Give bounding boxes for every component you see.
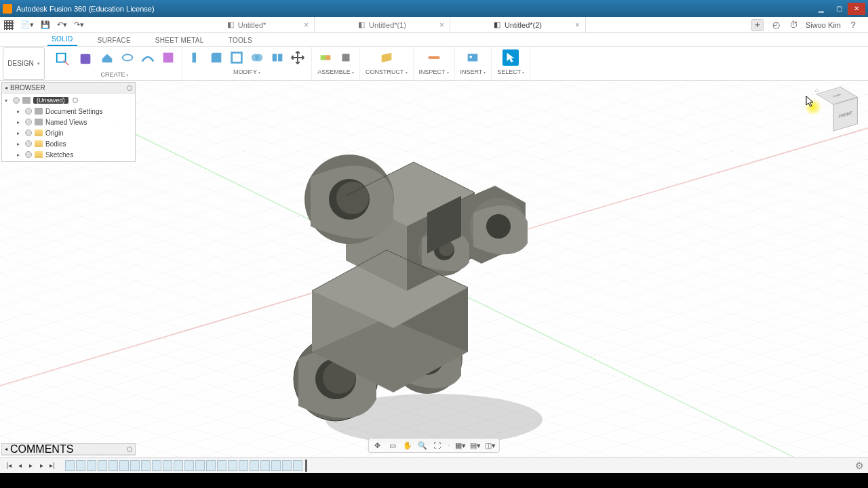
timeline-step[interactable] [271, 460, 281, 471]
insert-decal-icon[interactable] [465, 49, 481, 66]
orbit-icon[interactable]: ✥ [373, 441, 382, 450]
visibility-toggle-icon[interactable] [25, 140, 32, 147]
sweep-icon[interactable] [140, 49, 156, 66]
timeline-step[interactable] [130, 460, 140, 471]
split-icon[interactable] [269, 49, 285, 66]
new-tab-button[interactable]: + [751, 19, 764, 31]
document-tab[interactable]: ◧Untitled*(1)× [315, 17, 450, 33]
timeline-step[interactable] [152, 460, 161, 471]
timeline-step[interactable] [239, 460, 248, 471]
display-settings-icon[interactable]: ▦▾ [456, 441, 465, 450]
timeline-step[interactable] [174, 460, 183, 471]
browser-item[interactable]: ▸Document Settings [2, 106, 135, 117]
timeline-step[interactable] [98, 460, 107, 471]
timeline-step[interactable] [108, 460, 118, 471]
timeline-step[interactable] [260, 460, 270, 471]
viewport-settings-icon[interactable]: ◫▾ [486, 441, 495, 450]
assemble-group-label[interactable]: ASSEMBLE [317, 68, 354, 75]
comments-settings-icon[interactable] [127, 447, 132, 452]
data-panel-icon[interactable] [4, 20, 14, 30]
ribbon-tab[interactable]: SURFACE [94, 35, 135, 46]
browser-item[interactable]: ▸Named Views [2, 117, 135, 127]
ribbon-tab[interactable]: SOLID [47, 33, 77, 46]
activate-radio-icon[interactable] [73, 98, 78, 103]
viewcube-home-icon[interactable]: ⌂ [815, 86, 819, 94]
save-icon[interactable]: 💾 [41, 20, 50, 29]
timeline-step[interactable] [163, 460, 172, 471]
visibility-toggle-icon[interactable] [25, 129, 32, 136]
ribbon-tab[interactable]: TOOLS [224, 35, 256, 46]
create-sketch-icon[interactable] [53, 49, 72, 68]
browser-item[interactable]: ▸Bodies [2, 138, 135, 149]
assemble-joint-icon[interactable] [317, 49, 334, 66]
create-group-label[interactable]: CREATE [101, 71, 129, 78]
user-name[interactable]: Siwoo Kim [806, 21, 841, 29]
assemble-rigid-icon[interactable] [338, 49, 354, 66]
visibility-toggle-icon[interactable] [25, 108, 32, 115]
revolve-icon[interactable] [119, 49, 136, 66]
loft-icon[interactable] [160, 49, 176, 66]
close-icon[interactable]: × [439, 20, 444, 30]
timeline-marker[interactable] [305, 460, 307, 472]
inspect-measure-icon[interactable] [426, 49, 442, 66]
visibility-toggle-icon[interactable] [25, 151, 32, 158]
timeline-step[interactable] [76, 460, 85, 471]
close-icon[interactable]: × [304, 20, 309, 30]
timeline-step[interactable] [206, 460, 216, 471]
timeline-step[interactable] [65, 460, 75, 471]
pan-icon[interactable]: ✋ [403, 441, 412, 450]
extrude-icon[interactable] [99, 49, 115, 66]
construct-plane-icon[interactable] [378, 49, 395, 66]
help-icon[interactable]: ? [848, 20, 859, 30]
window-maximize-button[interactable]: ▢ [830, 3, 848, 15]
zoom-icon[interactable]: 🔍 [418, 441, 427, 450]
timeline-forward-icon[interactable]: ▸ [37, 461, 46, 470]
press-pull-icon[interactable] [188, 49, 204, 66]
expand-icon[interactable]: ▸ [17, 152, 22, 158]
window-minimize-button[interactable]: ▁ [812, 3, 830, 15]
timeline-back-icon[interactable]: ◂ [15, 461, 24, 470]
window-close-button[interactable]: ✕ [848, 3, 865, 15]
move-icon[interactable] [290, 49, 306, 66]
select-icon[interactable] [502, 49, 519, 66]
timeline-start-icon[interactable]: |◂ [4, 461, 14, 470]
browser-root-row[interactable]: ▾ (Unsaved) [2, 95, 135, 106]
timeline-step[interactable] [217, 460, 226, 471]
shell-icon[interactable] [229, 49, 245, 66]
expand-icon[interactable]: ▸ [17, 130, 22, 136]
job-status-icon[interactable]: ⏱ [788, 20, 799, 30]
file-menu-icon[interactable]: 📄▾ [20, 20, 34, 29]
ribbon-tab[interactable]: SHEET METAL [151, 35, 208, 46]
viewcube[interactable]: FRONT RIGHT TOP [825, 92, 849, 127]
look-at-icon[interactable]: ▭ [388, 441, 397, 450]
timeline-step[interactable] [195, 460, 205, 471]
expand-icon[interactable]: ▸ [17, 108, 22, 115]
expand-icon[interactable]: ▸ [17, 119, 22, 125]
undo-icon[interactable]: ↶▾ [57, 20, 67, 29]
document-tab[interactable]: ◧Untitled*× [179, 17, 315, 33]
insert-group-label[interactable]: INSERT [460, 68, 486, 75]
close-icon[interactable]: × [575, 20, 580, 30]
grid-settings-icon[interactable]: ▤▾ [471, 441, 480, 450]
inspect-group-label[interactable]: INSPECT [419, 68, 449, 75]
redo-icon[interactable]: ↷▾ [74, 20, 84, 29]
document-tab[interactable]: ◧Untitled*(2)× [450, 17, 586, 33]
timeline-play-icon[interactable]: ▸ [26, 461, 35, 470]
timeline-step[interactable] [228, 460, 237, 471]
extensions-icon[interactable]: ◴ [770, 20, 781, 30]
fillet-icon[interactable] [208, 49, 224, 66]
timeline-step[interactable] [141, 460, 151, 471]
timeline-step[interactable] [119, 460, 129, 471]
timeline-end-icon[interactable]: ▸| [47, 461, 57, 470]
timeline-step[interactable] [293, 460, 302, 471]
3d-model[interactable] [258, 108, 583, 457]
visibility-toggle-icon[interactable] [13, 97, 20, 104]
expand-icon[interactable]: ▸ [17, 141, 22, 147]
timeline-step[interactable] [250, 460, 259, 471]
create-form-icon[interactable] [76, 49, 95, 68]
browser-item[interactable]: ▸Sketches [2, 149, 135, 160]
visibility-toggle-icon[interactable] [25, 119, 32, 125]
construct-group-label[interactable]: CONSTRUCT [366, 68, 408, 75]
comments-collapse-icon[interactable]: ◂ [5, 446, 7, 452]
timeline-step[interactable] [184, 460, 194, 471]
